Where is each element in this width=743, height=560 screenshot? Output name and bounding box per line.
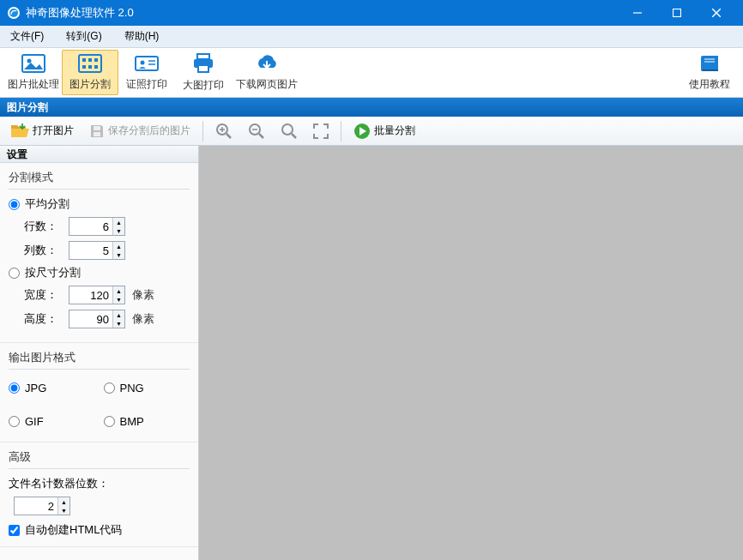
tool-image-split[interactable]: 图片分割 xyxy=(62,50,118,95)
cols-spinner[interactable]: ▲▼ xyxy=(69,241,125,260)
width-input[interactable] xyxy=(69,286,112,304)
rows-spinner[interactable]: ▲▼ xyxy=(69,217,125,236)
tool-bigprint-label: 大图打印 xyxy=(183,78,224,93)
tool-batch-process[interactable]: 图片批处理 xyxy=(5,50,62,95)
svg-line-27 xyxy=(227,134,231,138)
save-icon xyxy=(89,123,105,139)
tool-download-web[interactable]: 下载网页图片 xyxy=(232,50,302,95)
rows-input[interactable] xyxy=(69,218,112,235)
svg-rect-10 xyxy=(88,58,92,62)
main-toolbar: 图片批处理 图片分割 证照打印 大图打印 下载网页图片 使用教程 xyxy=(0,48,743,98)
output-format-group: 输出图片格式 JPG PNG GIF BMP xyxy=(0,343,198,443)
canvas-area xyxy=(199,146,743,560)
counter-spinner[interactable]: ▲▼ xyxy=(14,497,70,515)
tool-download-label: 下载网页图片 xyxy=(236,77,298,92)
height-input[interactable] xyxy=(69,310,112,328)
svg-rect-21 xyxy=(198,65,208,72)
batch-split-button[interactable]: 批量分割 xyxy=(348,120,420,142)
svg-rect-3 xyxy=(674,9,681,17)
radio-by-size-label: 按尺寸分割 xyxy=(25,265,81,280)
printer-icon xyxy=(191,53,215,76)
cols-input[interactable] xyxy=(69,242,112,259)
app-icon xyxy=(7,6,21,20)
svg-rect-14 xyxy=(94,65,98,69)
maximize-button[interactable] xyxy=(657,0,697,26)
counter-down[interactable]: ▼ xyxy=(58,506,69,515)
svg-point-7 xyxy=(27,58,32,63)
advanced-group: 高级 文件名计数器位数： ▲▼ 自动创建HTML代码 xyxy=(0,443,198,547)
radio-bmp-label: BMP xyxy=(120,415,144,428)
tool-big-print[interactable]: 大图打印 xyxy=(175,50,232,95)
svg-point-16 xyxy=(141,60,145,64)
width-down[interactable]: ▼ xyxy=(113,295,124,304)
rows-down[interactable]: ▼ xyxy=(113,226,124,235)
grid-icon xyxy=(78,54,102,75)
radio-even-label: 平均分割 xyxy=(25,196,69,212)
tool-tutorial[interactable]: 使用教程 xyxy=(681,50,738,95)
cols-label: 列数： xyxy=(24,243,62,258)
counter-label: 文件名计数器位数： xyxy=(9,476,190,491)
svg-rect-13 xyxy=(88,65,92,69)
height-up[interactable]: ▲ xyxy=(113,310,124,319)
save-split-label: 保存分割后的图片 xyxy=(108,123,190,138)
radio-even-split[interactable] xyxy=(9,199,20,210)
image-icon xyxy=(21,54,45,75)
svg-rect-8 xyxy=(79,55,101,72)
height-spinner[interactable]: ▲▼ xyxy=(69,310,125,328)
menubar: 文件(F) 转到(G) 帮助(H) xyxy=(0,26,743,48)
fit-screen-button[interactable] xyxy=(308,121,334,142)
width-spinner[interactable]: ▲▼ xyxy=(69,286,125,304)
section-header: 图片分割 xyxy=(0,98,743,117)
fullscreen-icon xyxy=(313,123,329,139)
zoom-actual-button[interactable] xyxy=(275,120,303,142)
tool-split-label: 图片分割 xyxy=(69,77,111,92)
counter-input[interactable] xyxy=(15,497,57,515)
height-label: 高度： xyxy=(24,311,62,327)
radio-jpg-label: JPG xyxy=(25,382,46,394)
cols-up[interactable]: ▲ xyxy=(113,242,124,250)
book-icon xyxy=(698,54,722,75)
svg-rect-19 xyxy=(197,54,209,59)
secondary-toolbar: 打开图片 保存分割后的图片 批量分割 xyxy=(0,117,743,146)
width-up[interactable]: ▲ xyxy=(113,286,124,295)
zoom-in-icon xyxy=(215,123,233,140)
zoom-in-button[interactable] xyxy=(210,120,238,142)
zoom-out-button[interactable] xyxy=(243,120,270,142)
id-card-icon xyxy=(135,54,159,75)
counter-up[interactable]: ▲ xyxy=(58,497,69,506)
divider xyxy=(341,121,341,142)
radio-png[interactable] xyxy=(104,382,115,394)
menu-help[interactable]: 帮助(H) xyxy=(119,26,165,47)
radio-gif[interactable] xyxy=(9,416,20,427)
split-mode-group: 分割模式 平均分割 行数： ▲▼ 列数： ▲▼ 按尺寸分割 宽度： ▲▼ 像素 xyxy=(0,163,198,343)
svg-rect-9 xyxy=(82,58,86,62)
rows-label: 行数： xyxy=(24,219,62,234)
svg-rect-24 xyxy=(94,126,100,130)
output-format-legend: 输出图片格式 xyxy=(9,350,190,370)
menu-goto[interactable]: 转到(G) xyxy=(61,26,106,47)
radio-gif-label: GIF xyxy=(25,415,44,428)
cols-down[interactable]: ▼ xyxy=(113,250,124,259)
svg-rect-11 xyxy=(94,58,98,62)
rows-up[interactable]: ▲ xyxy=(113,218,124,226)
minimize-button[interactable] xyxy=(618,0,657,26)
height-unit: 像素 xyxy=(132,311,154,327)
checkbox-auto-html-label: 自动创建HTML代码 xyxy=(25,522,122,538)
tool-id-print[interactable]: 证照打印 xyxy=(118,50,175,95)
tool-tutorial-label: 使用教程 xyxy=(689,77,730,92)
svg-rect-15 xyxy=(136,57,158,70)
checkbox-auto-html[interactable] xyxy=(9,525,20,536)
zoom-out-icon xyxy=(248,123,265,140)
workarea: 设置 分割模式 平均分割 行数： ▲▼ 列数： ▲▼ 按尺寸分割 宽度： ▲▼ xyxy=(0,146,743,560)
divider xyxy=(202,121,203,142)
close-button[interactable] xyxy=(697,0,736,26)
radio-jpg[interactable] xyxy=(9,382,20,394)
settings-title: 设置 xyxy=(0,146,198,163)
svg-line-31 xyxy=(259,134,263,138)
radio-bmp[interactable] xyxy=(104,416,115,427)
folder-open-icon xyxy=(10,123,29,139)
open-image-button[interactable]: 打开图片 xyxy=(5,121,79,142)
menu-file[interactable]: 文件(F) xyxy=(5,26,49,47)
radio-by-size[interactable] xyxy=(9,268,20,279)
height-down[interactable]: ▼ xyxy=(113,319,124,328)
